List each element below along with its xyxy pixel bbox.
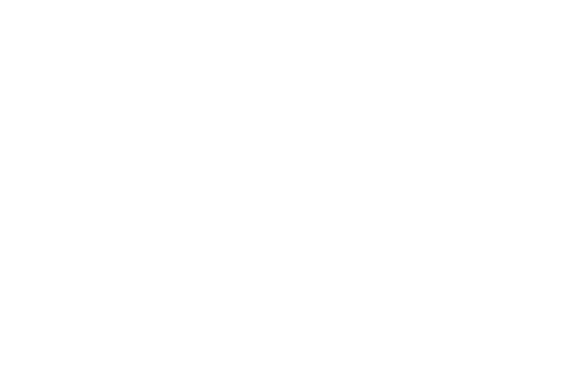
connector-lines xyxy=(0,0,578,392)
chart-container xyxy=(0,0,578,392)
